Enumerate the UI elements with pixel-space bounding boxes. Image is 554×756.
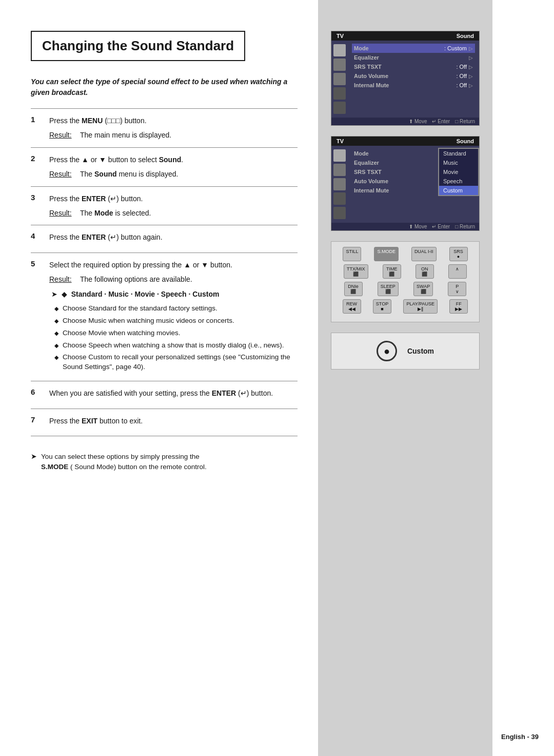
footer2-enter: ↵ Enter (432, 224, 450, 229)
result-label-3: Result: (49, 207, 74, 219)
tv-icon-2-5 (333, 207, 346, 219)
remote-srs[interactable]: SRS● (449, 247, 468, 261)
remote-ff[interactable]: FF▶▶ (449, 299, 468, 314)
tv-label-1: TV (337, 33, 344, 39)
remote-ttx[interactable]: TTX/MIX⬛ (344, 264, 368, 279)
av-arrow: ▷ (469, 73, 473, 79)
tv-label-2: TV (337, 138, 344, 144)
mode-arrow: ▷ (469, 46, 473, 51)
step-content-3: Press the ENTER (↵) button. Result: The … (49, 193, 298, 219)
tv-item-srs: SRS TSXT : Off ▷ (352, 62, 475, 71)
srs-name: SRS TSXT (354, 64, 382, 70)
step-number-5: 5 (31, 259, 41, 268)
step-6: 6 When you are satisfied with your setti… (31, 381, 298, 409)
remote-stop[interactable]: STOP■ (373, 299, 391, 314)
mute-arrow: ▷ (469, 83, 473, 88)
tv-icon-2 (333, 59, 346, 71)
step-number-3: 3 (31, 193, 41, 202)
step-7: 7 Press the EXIT button to exit. (31, 409, 298, 436)
step-6-text: When you are satisfied with your setting… (49, 387, 298, 399)
bullet-3: Choose Movie when watching movies. (63, 328, 181, 338)
step-2-text: Press the ▲ or ▼ button to select Sound. (49, 154, 298, 165)
step-7-text: Press the EXIT button to exit. (49, 415, 298, 427)
result-label-5: Result: (49, 274, 74, 285)
remote-rew[interactable]: REW◀◀ (343, 299, 361, 314)
option-music: Choose Music when watching music videos … (54, 316, 298, 326)
tv-screen-1-body: Mode : Custom ▷ Equalizer ▷ SRS TSXT : O… (331, 41, 479, 118)
tv-item-equalizer: Equalizer ▷ (352, 53, 475, 62)
step-1-result-text: The main menu is displayed. (80, 129, 171, 141)
tv-icon-2-1 (333, 149, 346, 162)
step-number-4: 4 (31, 231, 41, 240)
main-content: Changing the Sound Standard You can sele… (0, 0, 318, 756)
custom-label: Custom (407, 347, 434, 355)
step-content-7: Press the EXIT button to exit. (49, 415, 298, 430)
bullet-5: Choose Custom to recall your personalize… (63, 353, 298, 372)
step-5: 5 Select the required option by pressing… (31, 253, 298, 382)
step-1: 1 Press the MENU (□□□) button. Result: T… (31, 109, 298, 148)
tv-icon-2-2 (333, 164, 346, 176)
dropdown-panel: Standard Music Movie Speech Custom (439, 148, 479, 196)
remote-still[interactable]: STILL (343, 247, 361, 261)
remote-control: STILL S.MODE DUAL I-II SRS● TTX/MIX⬛ TIM… (331, 241, 480, 322)
equalizer-name: Equalizer (354, 54, 379, 61)
step-3-text: Press the ENTER (↵) button. (49, 193, 298, 204)
tv-icons-2 (331, 148, 348, 221)
tv-item-auto-volume: Auto Volume : Off ▷ (352, 71, 475, 81)
footer2-return: □ Return (455, 224, 475, 229)
remote-dual[interactable]: DUAL I-II (411, 247, 437, 261)
remote-row-3: DNIe⬛ SLEEP⬛ SWAP⬛ P∨ (337, 282, 474, 296)
remote-top-row: STILL S.MODE DUAL I-II SRS● (337, 247, 474, 261)
step-content-2: Press the ▲ or ▼ button to select Sound.… (49, 154, 298, 180)
eq-arrow: ▷ (469, 55, 473, 61)
intro-text: You can select the type of special sound… (31, 76, 298, 98)
remote-playpause[interactable]: PLAY/PAUSE▶‖ (403, 299, 438, 314)
mode2-name: Mode (354, 150, 369, 157)
dd-custom: Custom (439, 186, 478, 195)
result-label-2: Result: (49, 168, 74, 180)
remote-row-2: TTX/MIX⬛ TIME⬛ ON⬛ ∧ (337, 264, 474, 279)
custom-icon: ● (377, 341, 397, 361)
step-5-result-text: The following options are available. (80, 274, 192, 285)
result-label: Result: (49, 129, 74, 141)
step-3-result: Result: The Mode is selected. (49, 207, 298, 219)
tv-screen-2-body: Mode : Equalizer : SRS TSXT : Auto Volum… (331, 146, 479, 223)
remote-p[interactable]: P∨ (448, 282, 466, 296)
step-number-2: 2 (31, 154, 41, 163)
step-number-7: 7 (31, 415, 41, 424)
remote-up[interactable]: ∧ (448, 264, 467, 279)
tv-icon-2-4 (333, 192, 346, 205)
steps-container: 1 Press the MENU (□□□) button. Result: T… (31, 108, 298, 436)
tv-icon-3 (333, 73, 346, 85)
step-4-text: Press the ENTER (↵) button again. (49, 231, 298, 243)
remote-dnie[interactable]: DNIe⬛ (344, 282, 363, 296)
step-number-1: 1 (31, 115, 41, 124)
remote-smode[interactable]: S.MODE (374, 247, 399, 261)
note-box: ➤ You can select these options by simply… (31, 447, 298, 478)
tv-icon-4 (333, 87, 346, 100)
tv-icon-2-3 (333, 178, 346, 190)
remote-swap[interactable]: SWAP⬛ (413, 282, 433, 296)
step-3: 3 Press the ENTER (↵) button. Result: Th… (31, 187, 298, 226)
custom-icon-symbol: ● (384, 345, 390, 357)
step-4: 4 Press the ENTER (↵) button again. (31, 225, 298, 253)
custom-display: ● Custom (331, 333, 480, 370)
tv-screen-1-header: TV Sound (331, 31, 479, 41)
step-5-options-header: ➤ ◆ Standard · Music · Movie · Speech · … (49, 288, 298, 300)
step-content-5: Select the required option by pressing t… (49, 259, 298, 375)
remote-time[interactable]: TIME⬛ (383, 264, 401, 279)
step-content-6: When you are satisfied with your setting… (49, 387, 298, 402)
dd-standard: Standard (439, 149, 478, 158)
tv-screen-2-footer: ⬆ Move ↵ Enter □ Return (331, 223, 479, 230)
mode-value: : Custom ▷ (444, 45, 473, 51)
step-2-result: Result: The Sound menu is displayed. (49, 168, 298, 180)
remote-on[interactable]: ON⬛ (416, 264, 434, 279)
arrow-icon: ➤ (51, 288, 57, 300)
remote-sleep[interactable]: SLEEP⬛ (378, 282, 399, 296)
dd-speech: Speech (439, 177, 478, 186)
mute2-name: Internal Mute (354, 187, 389, 193)
dd-movie: Movie (439, 167, 478, 177)
tv-items-1: Mode : Custom ▷ Equalizer ▷ SRS TSXT : O… (348, 43, 479, 115)
tv-item-mode: Mode : Custom ▷ (352, 44, 475, 53)
step-content-1: Press the MENU (□□□) button. Result: The… (49, 115, 298, 141)
